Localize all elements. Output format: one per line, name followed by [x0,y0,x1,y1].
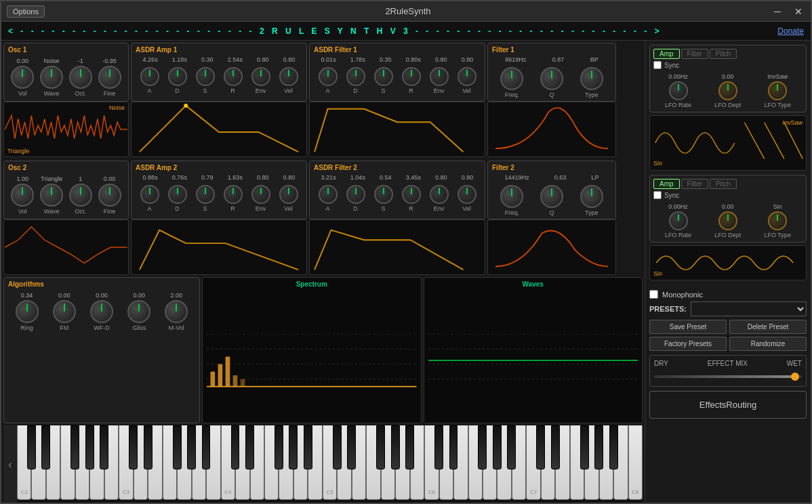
adsr-filter2-vel-knob[interactable] [458,185,476,204]
piano-black-key[interactable] [434,425,443,469]
lfo2-type-knob[interactable] [768,211,787,230]
adsr-filter2-r-knob[interactable] [402,185,421,204]
piano-black-key[interactable] [173,425,182,469]
piano-black-key[interactable] [289,425,298,469]
osc1-oct-knob[interactable] [69,66,92,89]
lfo1-type-knob[interactable] [768,81,787,100]
lfo1-tab-pitch[interactable]: Pitch [710,49,737,59]
lfo2-tab-pitch[interactable]: Pitch [710,179,737,189]
adsr-filter1-env-knob[interactable] [430,67,449,86]
osc1-vol-knob[interactable] [11,66,34,89]
piano-black-key[interactable] [551,425,560,469]
filter1-type-knob[interactable] [580,67,603,90]
piano-black-key[interactable] [594,425,603,469]
randomize-button[interactable]: Randomize [729,337,807,351]
osc1-fine-knob[interactable] [98,66,121,89]
mix-slider[interactable] [654,371,802,382]
adsr-filter2-d-knob[interactable] [346,185,365,204]
piano-black-key[interactable] [41,425,50,469]
adsr-amp1-r-knob[interactable] [224,67,243,86]
lfo2-tab-amp[interactable]: Amp [653,179,680,189]
adsr-filter1-r-knob[interactable] [402,67,421,86]
adsr-filter2-s-knob[interactable] [374,185,393,204]
filter1-q-knob[interactable] [540,67,563,90]
factory-presets-button[interactable]: Factory Presets [649,337,727,351]
lfo2-depth-knob[interactable] [718,211,737,230]
adsr-filter1-s-knob[interactable] [374,67,393,86]
adsr-amp2-s-knob[interactable] [196,185,215,204]
adsr-amp1-vel-knob[interactable] [279,67,298,86]
adsr-filter1-vel-knob[interactable] [458,67,476,86]
algo-ring-knob[interactable] [16,300,39,323]
piano-black-key[interactable] [70,425,79,469]
piano-black-key[interactable] [275,425,283,469]
piano-black-key[interactable] [27,425,36,469]
effects-routing-button[interactable]: EffectsRouting [649,391,807,419]
lfo2-rate-knob[interactable] [669,211,688,230]
lfo2-tab-filter[interactable]: Filter [681,179,708,189]
piano-black-key[interactable] [144,425,153,469]
adsr-amp2-vel-knob[interactable] [279,185,298,204]
filter2-freq-knob[interactable] [500,185,523,208]
osc1-wave-knob[interactable] [40,66,63,89]
algo-wfd-knob[interactable] [90,300,113,323]
algo-mvol-knob[interactable] [165,300,188,323]
piano-black-key[interactable] [493,425,502,469]
osc2-wave-knob[interactable] [40,184,63,207]
osc2-vol-knob[interactable] [11,184,34,207]
adsr-amp2-env-knob[interactable] [251,185,270,204]
piano-black-key[interactable] [507,425,516,469]
piano-black-key[interactable] [129,425,138,469]
piano-black-key[interactable] [202,425,211,469]
adsr-amp1-env-knob[interactable] [251,67,270,86]
monophonic-checkbox[interactable] [649,290,658,299]
options-button[interactable]: Options [7,5,45,18]
adsr-filter1-d-knob[interactable] [346,67,365,86]
piano-black-key[interactable] [347,425,356,469]
piano-black-key[interactable] [187,425,196,469]
delete-preset-button[interactable]: Delete Preset [729,320,807,334]
adsr-amp1-d-knob[interactable] [168,67,187,86]
piano-black-key[interactable] [304,425,312,469]
piano-white-key[interactable]: C8 [628,425,643,500]
piano-black-key[interactable] [376,425,385,469]
adsr-amp1-s-knob[interactable] [196,67,215,86]
piano-black-key[interactable] [449,425,458,469]
filter2-type-knob[interactable] [580,185,603,208]
save-preset-button[interactable]: Save Preset [649,320,727,334]
lfo1-rate-knob[interactable] [669,81,688,100]
filter2-q-knob[interactable] [540,185,563,208]
adsr-amp2-a-knob[interactable] [140,185,159,204]
adsr-amp2-r-knob[interactable] [224,185,243,204]
piano-black-key[interactable] [85,425,94,469]
close-button[interactable]: ✕ [792,6,805,17]
piano-black-key[interactable] [609,425,618,469]
piano-black-key[interactable] [245,425,254,469]
lfo1-tab-amp[interactable]: Amp [653,49,680,59]
adsr-amp2-d-knob[interactable] [168,185,187,204]
presets-dropdown[interactable] [691,301,807,316]
algo-fm-knob[interactable] [53,300,76,323]
piano-black-key[interactable] [391,425,400,469]
piano-black-key[interactable] [580,425,589,469]
piano-black-key[interactable] [478,425,487,469]
osc2-fine-knob[interactable] [98,184,121,207]
donate-link[interactable]: Donate [777,26,804,36]
lfo2-sync-checkbox[interactable] [653,191,662,199]
filter1-freq-knob[interactable] [500,67,523,90]
adsr-amp1-a-knob[interactable] [140,67,159,86]
minimize-button[interactable]: ─ [771,6,784,17]
lfo1-tab-filter[interactable]: Filter [681,49,708,59]
adsr-filter2-a-knob[interactable] [319,185,338,204]
piano-left-arrow[interactable]: ‹ [3,425,17,503]
lfo1-sync-checkbox[interactable] [653,61,662,69]
piano-black-key[interactable] [405,425,414,469]
piano-black-key[interactable] [231,425,240,469]
mix-slider-thumb[interactable] [791,373,799,381]
adsr-filter1-a-knob[interactable] [319,67,338,86]
piano-black-key[interactable] [333,425,342,469]
osc2-oct-knob[interactable] [69,184,92,207]
algo-gliss-knob[interactable] [127,300,150,323]
adsr-filter2-env-knob[interactable] [430,185,449,204]
piano-black-key[interactable] [100,425,108,469]
